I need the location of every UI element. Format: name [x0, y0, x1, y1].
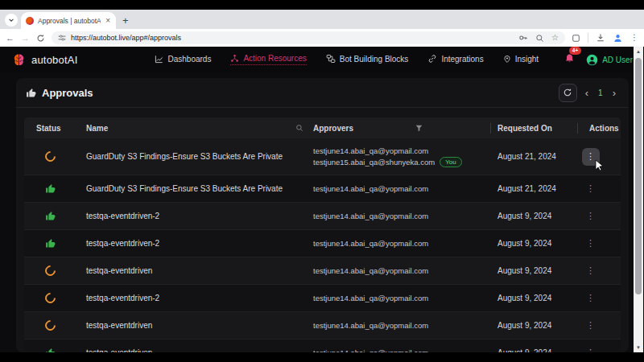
approval-name: GuardDuty S3 Findings-Ensure S3 Buckets … [76, 152, 310, 161]
table-row[interactable]: testqa-eventdriven-2 testjune14.abai_qa@… [24, 284, 621, 311]
reload-icon[interactable] [36, 34, 45, 43]
forward-icon[interactable]: → [21, 34, 30, 43]
browser-tab[interactable]: Approvals | autobotAI × [21, 12, 116, 29]
status-cell [24, 320, 76, 331]
table-row[interactable]: GuardDuty S3 Findings-Ensure S3 Buckets … [24, 175, 621, 202]
page-scrollbar[interactable]: ▲ ▼ [634, 47, 643, 352]
approved-thumbs-up-icon [45, 238, 56, 249]
toolbar-divider [588, 33, 588, 43]
password-key-icon[interactable] [518, 33, 528, 43]
scrollbar-thumb[interactable] [635, 58, 642, 294]
approvers-cell: testjune14.abai_qa@yopmail.com [310, 209, 491, 224]
table-row[interactable]: testqa-eventdriven testjune14.abai_qa@yo… [24, 311, 621, 339]
notifications-button[interactable]: 4+ [564, 52, 575, 67]
new-tab-button[interactable]: + [122, 15, 129, 26]
row-actions-menu-button[interactable]: ⋮ [582, 235, 600, 253]
screenshot-root: Approvals | autobotAI × + ← → https://au… [0, 0, 644, 362]
status-cell [24, 151, 76, 162]
nav-item-insight[interactable]: Insight [503, 55, 539, 65]
status-cell [24, 293, 76, 303]
row-actions-menu-button[interactable]: ⋮ [582, 344, 600, 353]
search-icon[interactable] [295, 124, 303, 132]
pending-spinner-icon [43, 149, 57, 163]
status-cell [24, 238, 76, 249]
actions-cell: ⋮ [578, 208, 621, 225]
download-icon[interactable] [596, 33, 605, 43]
user-menu[interactable]: AD User [586, 54, 633, 66]
approval-name: testqa-eventdriven [76, 321, 310, 330]
column-header-requested-on[interactable]: Requested On [491, 117, 578, 138]
nav-item-bot-building-blocks[interactable]: Bot Building Blocks [326, 54, 409, 65]
nav-item-dashboards[interactable]: Dashboards [155, 55, 211, 65]
table-row[interactable]: GuardDuty S3 Findings-Ensure S3 Buckets … [24, 138, 621, 175]
approval-name: testqa-eventdriven-2 [76, 239, 310, 248]
refresh-button[interactable] [559, 84, 577, 102]
extensions-icon[interactable] [572, 34, 580, 43]
approvals-card: Approvals ‹ 1 › Status [16, 78, 629, 352]
blocks-icon [326, 54, 336, 64]
scrollbar-down-icon[interactable]: ▼ [634, 343, 643, 352]
row-actions-menu-button[interactable]: ⋮ [582, 180, 600, 198]
actions-cell: ⋮ [578, 235, 621, 253]
address-bar[interactable]: https://autobot.live/app#/approvals ☆ [52, 31, 565, 44]
prev-page-icon[interactable]: ‹ [585, 88, 588, 98]
site-settings-icon[interactable] [58, 34, 66, 42]
nav-label: Bot Building Blocks [340, 55, 409, 64]
browser-menu-icon[interactable]: ⋮ [630, 34, 638, 42]
row-actions-menu-button[interactable]: ⋮ [582, 262, 600, 280]
browser-toolbar: ← → https://autobot.live/app#/approvals … [0, 29, 644, 47]
back-icon[interactable]: ← [6, 34, 14, 43]
table-row[interactable]: testqa-eventdriven-2 testjune14.abai_qa@… [24, 202, 621, 229]
row-actions-menu-button[interactable]: ⋮ [582, 208, 600, 225]
logo-brain-icon [11, 52, 27, 68]
column-header-approvers[interactable]: Approvers [310, 117, 491, 138]
brand-name: autobotAI [31, 54, 77, 66]
nav-item-integrations[interactable]: Integrations [427, 54, 483, 65]
column-header-name[interactable]: Name [76, 117, 310, 138]
requested-on-date: August 9, 2024 [491, 294, 578, 302]
row-actions-menu-button[interactable]: ⋮ [582, 290, 600, 307]
refresh-icon [563, 88, 572, 97]
status-cell [24, 211, 76, 221]
approval-name: testqa-eventdriven-2 [76, 294, 310, 302]
bookmark-star-icon[interactable]: ☆ [551, 34, 559, 42]
notification-badge: 4+ [569, 47, 581, 55]
approval-name: GuardDuty S3 Findings-Ensure S3 Buckets … [76, 184, 310, 193]
next-page-icon[interactable]: › [613, 88, 616, 98]
column-header-status[interactable]: Status [24, 117, 76, 138]
requested-on-date: August 21, 2024 [491, 152, 578, 161]
status-cell [24, 265, 76, 276]
page-content: Approvals ‹ 1 › Status [0, 72, 644, 352]
profile-avatar-icon[interactable] [613, 33, 623, 43]
filter-icon[interactable] [415, 125, 423, 132]
chevron-down-icon [8, 17, 14, 23]
table-row[interactable]: testqa-eventdriven testjune14.abai_qa@yo… [24, 257, 621, 284]
approvers-cell: testjune14.abai_qa@yopmail.com [310, 319, 491, 333]
user-name: AD User [602, 56, 633, 64]
row-actions-menu-button[interactable]: ⋮ [582, 317, 600, 335]
url-text[interactable]: https://autobot.live/app#/approvals [71, 34, 514, 42]
actions-cell: ⋮ [578, 262, 621, 280]
scrollbar-up-icon[interactable]: ▲ [634, 47, 643, 56]
tab-close-icon[interactable]: × [105, 17, 111, 25]
status-cell [24, 183, 76, 194]
zoom-icon[interactable] [535, 34, 544, 43]
nav-label: Dashboards [167, 55, 211, 64]
approvers-cell: testjune14.abai_qa@yopmail.com [310, 182, 491, 196]
tab-search-button[interactable] [5, 14, 18, 27]
approvers-cell: testjune14.abai_qa@yopmail.com [310, 237, 491, 251]
pending-spinner-icon [43, 318, 57, 332]
requested-on-date: August 21, 2024 [491, 184, 578, 193]
actions-cell: ⋮ [578, 148, 621, 166]
user-avatar-icon [586, 54, 598, 66]
column-label: Status [36, 124, 61, 133]
site-favicon [26, 17, 34, 25]
app-header: autobotAI Dashboards Action Resources Bo… [0, 47, 644, 72]
requested-on-date: August 9, 2024 [491, 321, 578, 330]
table-row[interactable]: testqa-eventdriven-2 testjune14.abai_qa@… [24, 229, 621, 257]
table-row[interactable]: testqa-eventdriven testjune14.abai_qa@yo… [24, 339, 621, 352]
brand[interactable]: autobotAI [11, 52, 77, 68]
mouse-cursor-icon [595, 159, 605, 171]
nav-item-action-resources[interactable]: Action Resources [230, 54, 306, 65]
header-right: 4+ AD User [564, 52, 633, 67]
